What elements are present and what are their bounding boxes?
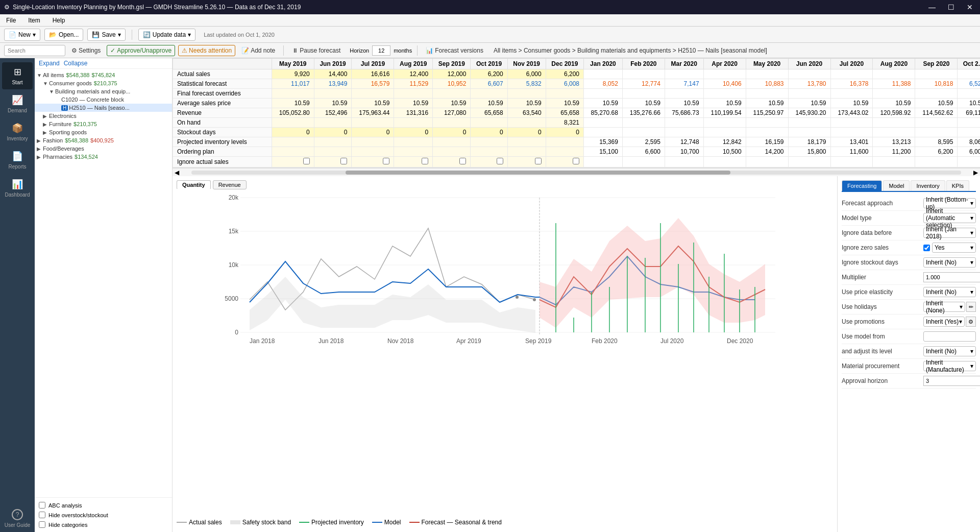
settings-button[interactable]: ⚙ Settings	[68, 45, 104, 56]
col-sep2020: Sep 2020	[915, 59, 958, 69]
tree-node-c1020[interactable]: C1020 — Concrete block	[35, 95, 172, 104]
hide-overstock-checkbox[interactable]: Hide overstock/stockout	[39, 512, 168, 518]
menu-help[interactable]: Help	[51, 16, 67, 25]
menu-file[interactable]: File	[4, 16, 18, 25]
action-bar: ⚙ Settings ✓ Approve/Unapprove ⚠ Needs a…	[0, 43, 980, 58]
needs-attention-button[interactable]: ⚠ Needs attention	[178, 45, 235, 56]
abc-checkbox-input[interactable]	[39, 502, 45, 509]
holidays-edit-button[interactable]: ✏	[966, 302, 976, 312]
dropdown-icon: ▾	[970, 362, 973, 370]
sidebar-item-demand[interactable]: 📈 Demand	[2, 90, 33, 117]
tab-quantity[interactable]: Quantity	[177, 180, 211, 189]
menu-item[interactable]: Item	[26, 16, 42, 25]
search-input[interactable]	[4, 45, 65, 56]
hide-categories-input[interactable]	[39, 521, 45, 528]
scroll-right-button[interactable]: ▶	[971, 169, 980, 176]
value-promotions[interactable]: Inherit (Yes) ▾	[923, 317, 965, 327]
tree-node-fashion[interactable]: ▶ Fashion $548,388 $400,925	[35, 136, 172, 144]
demand-icon: 📈	[12, 94, 23, 106]
tree-node-h2510[interactable]: H H2510 — Nails [seaso...	[35, 104, 172, 112]
update-data-button[interactable]: 🔄 Update data ▾	[138, 29, 195, 41]
ignore-checkbox[interactable]	[497, 158, 503, 164]
legend-safety-stock: Safety stock band	[230, 519, 291, 526]
maximize-button[interactable]: ☐	[945, 2, 958, 12]
pause-forecast-button[interactable]: ⏸ Pause forecast	[289, 45, 344, 56]
approval-horizon-input[interactable]	[923, 376, 980, 386]
forecast-versions-label: Forecast versions	[435, 47, 483, 54]
value-forecast-approach[interactable]: Inherit (Bottom-up) ▾	[923, 198, 976, 208]
update-dropdown-icon: ▾	[188, 31, 191, 38]
value-model-from[interactable]	[923, 331, 976, 342]
tree-node-pharmacies[interactable]: ▶ Pharmacies $134,524	[35, 153, 172, 161]
hide-categories-checkbox[interactable]: Hide categories	[39, 521, 168, 528]
tab-forecasting[interactable]: Forecasting	[842, 180, 882, 191]
collapse-link[interactable]: Collapse	[64, 60, 88, 67]
ignore-checkbox[interactable]	[422, 158, 428, 164]
tree-node-building-materials[interactable]: ▼ Building materials and equip...	[35, 87, 172, 95]
tab-inventory[interactable]: Inventory	[911, 180, 945, 191]
tree-node-furniture[interactable]: ▶ Furniture $210,375	[35, 120, 172, 128]
tree-node-all-items[interactable]: ▼ All items $548,388 $745,824	[35, 71, 172, 79]
tab-model[interactable]: Model	[883, 180, 910, 191]
value-model-type[interactable]: Inherit (Automatic selection) ▾	[923, 213, 976, 223]
tree-node-food-beverages[interactable]: ▶ Food/Beverages	[35, 144, 172, 153]
ignore-checkbox[interactable]	[340, 158, 347, 164]
sidebar-item-start[interactable]: ⊞ Start	[2, 62, 33, 89]
tree-toggle: ▶	[43, 122, 49, 127]
value-price-elasticity[interactable]: Inherit (No) ▾	[923, 287, 976, 297]
sidebar-item-reports[interactable]: 📄 Reports	[2, 147, 33, 174]
value-ignore-stockout[interactable]: Inherit (No) ▾	[923, 257, 976, 268]
add-note-button[interactable]: 📝 Add note	[238, 45, 278, 56]
legend-color-actual	[177, 522, 187, 523]
action-separator	[283, 45, 284, 56]
value-material-procurement[interactable]: Inherit (Manufacture) ▾	[923, 361, 976, 371]
save-button[interactable]: 💾 Save ▾	[87, 29, 125, 41]
svg-text:Dec 2020: Dec 2020	[727, 337, 753, 345]
tab-revenue[interactable]: Revenue	[213, 180, 247, 189]
right-panel: Forecasting Model Inventory KPIs Forecas…	[837, 176, 980, 532]
tab-kpis[interactable]: KPIs	[946, 180, 969, 191]
tree-node-electronics[interactable]: ▶ Electronics	[35, 112, 172, 120]
minimize-button[interactable]: —	[925, 2, 939, 12]
tree-toggle: ▶	[37, 154, 43, 160]
abc-analysis-checkbox[interactable]: ABC analysis	[39, 502, 168, 509]
window-controls[interactable]: — ☐ ✕	[925, 2, 976, 12]
ignore-checkbox[interactable]	[303, 158, 310, 164]
expand-link[interactable]: Expand	[39, 60, 60, 67]
open-label: Open...	[59, 31, 79, 38]
horizontal-scrollbar[interactable]: ◀ ▶	[173, 168, 980, 176]
ignore-zero-checkbox[interactable]	[923, 245, 930, 251]
row-label-on-hand: On hand	[173, 118, 272, 128]
promotions-edit-button[interactable]: ⚙	[966, 317, 976, 327]
value-ignore-zero[interactable]: Yes ▾	[932, 243, 976, 253]
value-ignore-before[interactable]: Inherit (Jan 2018) ▾	[923, 228, 976, 238]
tree-node-consumer-goods[interactable]: ▼ Consumer goods $210,375	[35, 79, 172, 87]
sidebar-item-inventory[interactable]: 📦 Inventory	[2, 118, 33, 146]
ignore-checkbox[interactable]	[535, 158, 542, 164]
settings-label: Settings	[79, 47, 101, 54]
sidebar-item-user-guide[interactable]: ? User Guide	[2, 505, 33, 532]
ignore-checkbox[interactable]	[383, 158, 389, 164]
new-button[interactable]: 📄 New ▾	[4, 29, 40, 41]
tree-toggle: ▶	[37, 146, 43, 152]
ignore-checkbox[interactable]	[459, 158, 466, 164]
table-area[interactable]: May 2019 Jun 2019 Jul 2019 Aug 2019 Sep …	[173, 58, 980, 168]
multiplier-input[interactable]	[923, 272, 980, 282]
scroll-thumb[interactable]	[346, 171, 730, 175]
close-button[interactable]: ✕	[964, 2, 976, 12]
value-adjust-level[interactable]: Inherit (No) ▾	[923, 346, 976, 356]
horizon-input[interactable]	[372, 45, 390, 56]
row-label-revenue: Revenue	[173, 108, 272, 118]
value-holidays[interactable]: Inherit (None) ▾	[923, 302, 965, 312]
tree-node-sporting-goods[interactable]: ▶ Sporting goods	[35, 128, 172, 136]
open-button[interactable]: 📂 Open...	[44, 29, 83, 41]
hide-overstock-input[interactable]	[39, 512, 45, 518]
approve-unapprove-button[interactable]: ✓ Approve/Unapprove	[107, 45, 175, 56]
sidebar-item-dashboard[interactable]: 📊 Dashboard	[2, 175, 33, 202]
scroll-left-button[interactable]: ◀	[173, 169, 181, 176]
dashboard-icon: 📊	[12, 179, 23, 190]
forecast-versions-button[interactable]: 📊 Forecast versions	[423, 45, 486, 56]
row-label-projected-inventory: Projected inventory levels	[173, 137, 272, 147]
legend-color-forecast	[409, 522, 420, 523]
ignore-checkbox[interactable]	[573, 158, 579, 164]
